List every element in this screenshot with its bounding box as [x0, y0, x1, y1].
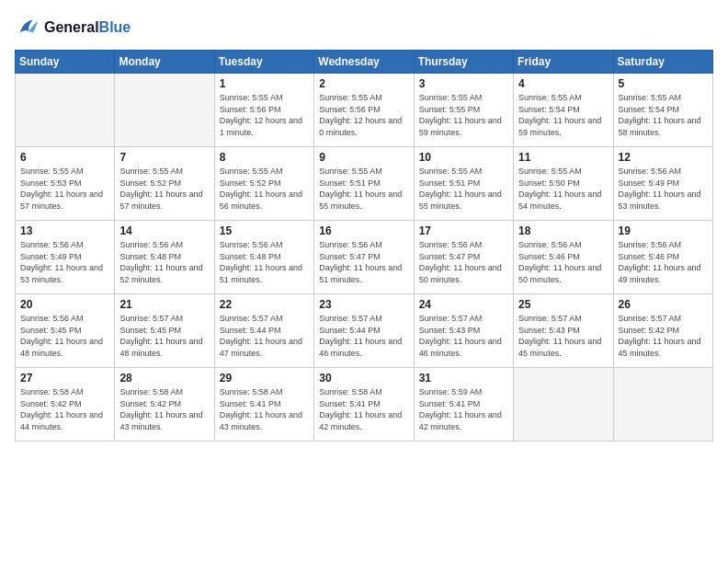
day-number: 4	[518, 77, 608, 90]
calendar-day-cell: 25 Sunrise: 5:57 AM Sunset: 5:43 PM Dayl…	[514, 294, 613, 368]
calendar-day-cell: 2 Sunrise: 5:55 AM Sunset: 5:56 PM Dayli…	[314, 74, 414, 147]
day-info: Sunrise: 5:57 AM Sunset: 5:44 PM Dayligh…	[319, 313, 408, 359]
calendar-day-cell: 16 Sunrise: 5:56 AM Sunset: 5:47 PM Dayl…	[314, 221, 414, 294]
day-info: Sunrise: 5:55 AM Sunset: 5:55 PM Dayligh…	[419, 92, 508, 138]
day-number: 11	[518, 151, 608, 164]
calendar-day-cell: 21 Sunrise: 5:57 AM Sunset: 5:45 PM Dayl…	[115, 294, 214, 368]
day-number: 6	[20, 151, 109, 164]
day-number: 31	[419, 372, 508, 385]
day-number: 10	[419, 151, 508, 164]
day-info: Sunrise: 5:58 AM Sunset: 5:42 PM Dayligh…	[20, 386, 109, 432]
logo-icon	[15, 15, 40, 40]
day-info: Sunrise: 5:56 AM Sunset: 5:46 PM Dayligh…	[619, 239, 708, 285]
calendar-day-cell: 4 Sunrise: 5:55 AM Sunset: 5:54 PM Dayli…	[514, 74, 613, 147]
day-number: 14	[119, 224, 209, 237]
day-number: 25	[518, 298, 608, 311]
weekday-header: Sunday	[16, 51, 115, 74]
calendar-day-cell: 30 Sunrise: 5:58 AM Sunset: 5:41 PM Dayl…	[314, 368, 414, 442]
calendar-day-cell: 15 Sunrise: 5:56 AM Sunset: 5:48 PM Dayl…	[214, 221, 313, 294]
day-number: 12	[619, 151, 708, 164]
day-number: 21	[119, 298, 209, 311]
day-number: 23	[319, 298, 408, 311]
calendar-day-cell: 8 Sunrise: 5:55 AM Sunset: 5:52 PM Dayli…	[214, 147, 313, 221]
day-info: Sunrise: 5:57 AM Sunset: 5:43 PM Dayligh…	[419, 313, 508, 359]
calendar-day-cell: 1 Sunrise: 5:55 AM Sunset: 5:56 PM Dayli…	[214, 74, 313, 147]
calendar-day-cell: 31 Sunrise: 5:59 AM Sunset: 5:41 PM Dayl…	[414, 368, 513, 442]
day-number: 1	[220, 77, 309, 90]
calendar-table: SundayMondayTuesdayWednesdayThursdayFrid…	[15, 50, 713, 442]
day-number: 17	[419, 224, 508, 237]
day-number: 9	[319, 151, 408, 164]
calendar-day-cell: 12 Sunrise: 5:56 AM Sunset: 5:49 PM Dayl…	[613, 147, 712, 221]
logo: GeneralBlue	[15, 15, 131, 40]
calendar-day-cell: 28 Sunrise: 5:58 AM Sunset: 5:42 PM Dayl…	[115, 368, 214, 442]
day-info: Sunrise: 5:55 AM Sunset: 5:56 PM Dayligh…	[319, 92, 408, 138]
weekday-header: Saturday	[613, 51, 712, 74]
day-number: 30	[319, 372, 408, 385]
day-info: Sunrise: 5:55 AM Sunset: 5:51 PM Dayligh…	[419, 166, 508, 212]
day-number: 27	[20, 372, 109, 385]
day-number: 15	[220, 224, 309, 237]
day-info: Sunrise: 5:55 AM Sunset: 5:54 PM Dayligh…	[619, 92, 708, 138]
calendar-day-cell: 22 Sunrise: 5:57 AM Sunset: 5:44 PM Dayl…	[214, 294, 313, 368]
day-number: 8	[220, 151, 309, 164]
calendar-week-row: 27 Sunrise: 5:58 AM Sunset: 5:42 PM Dayl…	[16, 368, 713, 442]
calendar-day-cell: 13 Sunrise: 5:56 AM Sunset: 5:49 PM Dayl…	[16, 221, 115, 294]
day-number: 20	[20, 298, 109, 311]
day-info: Sunrise: 5:55 AM Sunset: 5:54 PM Dayligh…	[518, 92, 608, 138]
weekday-header: Thursday	[414, 51, 513, 74]
weekday-header: Wednesday	[314, 51, 414, 74]
calendar-day-cell: 23 Sunrise: 5:57 AM Sunset: 5:44 PM Dayl…	[314, 294, 414, 368]
calendar-day-cell: 26 Sunrise: 5:57 AM Sunset: 5:42 PM Dayl…	[613, 294, 712, 368]
day-number: 13	[20, 224, 109, 237]
day-number: 16	[319, 224, 408, 237]
day-info: Sunrise: 5:56 AM Sunset: 5:48 PM Dayligh…	[119, 239, 209, 285]
day-info: Sunrise: 5:55 AM Sunset: 5:51 PM Dayligh…	[319, 166, 408, 212]
page-header: GeneralBlue	[15, 15, 713, 40]
day-info: Sunrise: 5:56 AM Sunset: 5:45 PM Dayligh…	[20, 313, 109, 359]
day-number: 19	[619, 224, 708, 237]
day-info: Sunrise: 5:56 AM Sunset: 5:47 PM Dayligh…	[319, 239, 408, 285]
calendar-day-cell: 19 Sunrise: 5:56 AM Sunset: 5:46 PM Dayl…	[613, 221, 712, 294]
calendar-day-cell: 9 Sunrise: 5:55 AM Sunset: 5:51 PM Dayli…	[314, 147, 414, 221]
calendar-day-cell: 6 Sunrise: 5:55 AM Sunset: 5:53 PM Dayli…	[16, 147, 115, 221]
day-info: Sunrise: 5:55 AM Sunset: 5:56 PM Dayligh…	[220, 92, 309, 138]
day-number: 3	[419, 77, 508, 90]
calendar-body: 1 Sunrise: 5:55 AM Sunset: 5:56 PM Dayli…	[16, 74, 713, 442]
calendar-day-cell: 11 Sunrise: 5:55 AM Sunset: 5:50 PM Dayl…	[514, 147, 613, 221]
day-info: Sunrise: 5:56 AM Sunset: 5:48 PM Dayligh…	[220, 239, 309, 285]
calendar-day-cell: 7 Sunrise: 5:55 AM Sunset: 5:52 PM Dayli…	[115, 147, 214, 221]
day-number: 29	[220, 372, 309, 385]
day-info: Sunrise: 5:56 AM Sunset: 5:49 PM Dayligh…	[619, 166, 708, 212]
calendar-day-cell: 5 Sunrise: 5:55 AM Sunset: 5:54 PM Dayli…	[613, 74, 712, 147]
weekday-header: Tuesday	[214, 51, 313, 74]
day-info: Sunrise: 5:58 AM Sunset: 5:41 PM Dayligh…	[220, 386, 309, 432]
calendar-header-row: SundayMondayTuesdayWednesdayThursdayFrid…	[16, 51, 713, 74]
day-info: Sunrise: 5:55 AM Sunset: 5:52 PM Dayligh…	[119, 166, 209, 212]
day-info: Sunrise: 5:55 AM Sunset: 5:52 PM Dayligh…	[220, 166, 309, 212]
day-number: 5	[619, 77, 708, 90]
day-info: Sunrise: 5:58 AM Sunset: 5:41 PM Dayligh…	[319, 386, 408, 432]
day-info: Sunrise: 5:57 AM Sunset: 5:43 PM Dayligh…	[518, 313, 608, 359]
day-number: 22	[220, 298, 309, 311]
calendar-week-row: 1 Sunrise: 5:55 AM Sunset: 5:56 PM Dayli…	[16, 74, 713, 147]
calendar-day-cell: 17 Sunrise: 5:56 AM Sunset: 5:47 PM Dayl…	[414, 221, 513, 294]
weekday-header: Friday	[514, 51, 613, 74]
day-info: Sunrise: 5:56 AM Sunset: 5:47 PM Dayligh…	[419, 239, 508, 285]
day-number: 28	[119, 372, 209, 385]
day-info: Sunrise: 5:55 AM Sunset: 5:53 PM Dayligh…	[20, 166, 109, 212]
day-info: Sunrise: 5:55 AM Sunset: 5:50 PM Dayligh…	[518, 166, 608, 212]
day-info: Sunrise: 5:57 AM Sunset: 5:45 PM Dayligh…	[119, 313, 209, 359]
calendar-week-row: 6 Sunrise: 5:55 AM Sunset: 5:53 PM Dayli…	[16, 147, 713, 221]
day-info: Sunrise: 5:56 AM Sunset: 5:49 PM Dayligh…	[20, 239, 109, 285]
calendar-week-row: 20 Sunrise: 5:56 AM Sunset: 5:45 PM Dayl…	[16, 294, 713, 368]
calendar-day-cell: 29 Sunrise: 5:58 AM Sunset: 5:41 PM Dayl…	[214, 368, 313, 442]
calendar-week-row: 13 Sunrise: 5:56 AM Sunset: 5:49 PM Dayl…	[16, 221, 713, 294]
weekday-header: Monday	[115, 51, 214, 74]
day-number: 2	[319, 77, 408, 90]
calendar-day-cell	[16, 74, 115, 147]
day-info: Sunrise: 5:57 AM Sunset: 5:44 PM Dayligh…	[220, 313, 309, 359]
day-info: Sunrise: 5:58 AM Sunset: 5:42 PM Dayligh…	[119, 386, 209, 432]
day-info: Sunrise: 5:56 AM Sunset: 5:46 PM Dayligh…	[518, 239, 608, 285]
day-info: Sunrise: 5:59 AM Sunset: 5:41 PM Dayligh…	[419, 386, 508, 432]
